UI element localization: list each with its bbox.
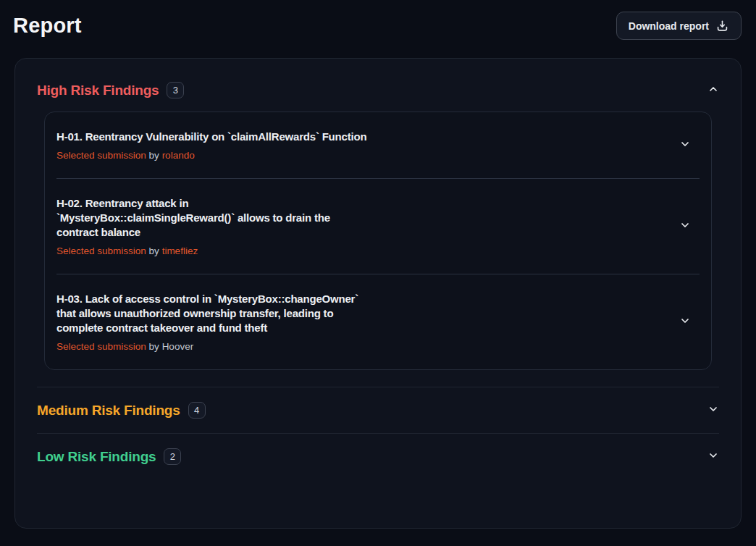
finding-row-h02[interactable]: H-02. Reentrancy attack in `MysteryBox::… bbox=[45, 179, 711, 274]
chevron-down-icon[interactable] bbox=[707, 403, 719, 418]
chevron-down-icon[interactable] bbox=[679, 315, 691, 329]
finding-meta: Selected submission by timefliez bbox=[56, 245, 369, 256]
by-label: by bbox=[149, 150, 159, 161]
section-title-high-risk: High Risk Findings bbox=[37, 83, 159, 98]
finding-text: H-03. Lack of access control in `Mystery… bbox=[56, 292, 369, 352]
section-title-medium-risk: Medium Risk Findings bbox=[37, 403, 180, 419]
finding-meta: Selected submission by rolando bbox=[56, 150, 366, 161]
section-low-risk: Low Risk Findings 2 bbox=[37, 433, 719, 479]
selected-submission-label: Selected submission bbox=[56, 245, 146, 256]
chevron-down-icon[interactable] bbox=[707, 450, 719, 464]
finding-title: H-02. Reentrancy attack in `MysteryBox::… bbox=[56, 196, 369, 240]
chevron-up-icon[interactable] bbox=[707, 83, 719, 98]
chevron-down-icon[interactable] bbox=[679, 138, 691, 153]
finding-meta: Selected submission by Hoover bbox=[56, 341, 369, 352]
section-header-high-risk[interactable]: High Risk Findings 3 bbox=[37, 77, 719, 103]
download-report-label: Download report bbox=[629, 20, 709, 32]
section-title-low-risk: Low Risk Findings bbox=[37, 449, 156, 465]
medium-risk-count-badge: 4 bbox=[188, 402, 206, 419]
finding-title: H-03. Lack of access control in `Mystery… bbox=[56, 292, 369, 335]
page-title: Report bbox=[13, 14, 82, 38]
author-link[interactable]: timefliez bbox=[162, 245, 198, 256]
section-high-risk: High Risk Findings 3 H-01. Reentrancy Vu… bbox=[37, 77, 719, 387]
low-risk-count-badge: 2 bbox=[164, 448, 181, 465]
author-link[interactable]: rolando bbox=[162, 150, 195, 161]
section-medium-risk: Medium Risk Findings 4 bbox=[37, 387, 719, 433]
topbar: Report Download report bbox=[0, 0, 756, 58]
findings-list: H-01. Reentrancy Vulnerability on `claim… bbox=[44, 112, 712, 370]
author-name: Hoover bbox=[162, 341, 194, 352]
download-report-button[interactable]: Download report bbox=[616, 12, 742, 40]
finding-row-h03[interactable]: H-03. Lack of access control in `Mystery… bbox=[45, 274, 711, 369]
chevron-down-icon[interactable] bbox=[679, 219, 691, 234]
finding-text: H-01. Reentrancy Vulnerability on `claim… bbox=[56, 130, 366, 161]
finding-row-h01[interactable]: H-01. Reentrancy Vulnerability on `claim… bbox=[45, 112, 711, 178]
section-title-wrap: Low Risk Findings 2 bbox=[37, 448, 181, 465]
report-card: High Risk Findings 3 H-01. Reentrancy Vu… bbox=[14, 58, 742, 529]
section-title-wrap: Medium Risk Findings 4 bbox=[37, 402, 206, 419]
finding-title: H-01. Reentrancy Vulnerability on `claim… bbox=[56, 130, 366, 144]
selected-submission-label: Selected submission bbox=[56, 150, 146, 161]
high-risk-count-badge: 3 bbox=[167, 82, 184, 98]
selected-submission-label: Selected submission bbox=[56, 341, 146, 352]
download-icon bbox=[715, 19, 729, 33]
by-label: by bbox=[149, 341, 159, 352]
section-title-wrap: High Risk Findings 3 bbox=[37, 82, 184, 98]
section-header-medium-risk[interactable]: Medium Risk Findings 4 bbox=[37, 402, 719, 419]
by-label: by bbox=[149, 245, 159, 256]
finding-text: H-02. Reentrancy attack in `MysteryBox::… bbox=[56, 196, 369, 256]
section-header-low-risk[interactable]: Low Risk Findings 2 bbox=[37, 448, 719, 465]
